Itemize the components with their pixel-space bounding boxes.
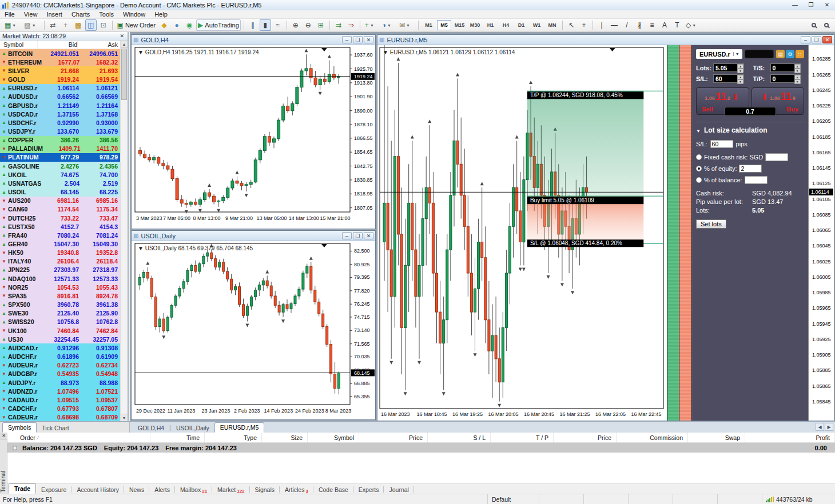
market-watch-row[interactable]: ▲SWISS2010756.810762.8 [0, 318, 120, 326]
market-watch-row[interactable]: ▲BITCOIN24921.05124996.051 [0, 49, 120, 58]
timeframe-m1[interactable]: M1 [422, 20, 436, 30]
market-watch-row[interactable]: ▼AUS2006981.166985.16 [0, 197, 120, 205]
search-icon[interactable] [808, 19, 820, 31]
close-button[interactable]: ✕ [364, 36, 373, 43]
new-order-button[interactable]: ▣New Order [116, 19, 158, 31]
panel-grid-icon[interactable]: ∷ [796, 50, 804, 58]
chart-window-eurusd[interactable]: ▥ EURUSD.r,M5 – ❐ ✕ T/P @ 1.06244, SGD 9… [377, 34, 834, 421]
market-watch-row[interactable]: ▲GBPUSD.r1.211491.21164 [0, 101, 120, 110]
chart-tab-gold-h4[interactable]: GOLD,H4 [133, 423, 169, 433]
market-watch-row[interactable]: ▼AUDGBP.r0.549350.54948 [0, 370, 120, 378]
spinner[interactable]: ▲▼ [737, 75, 743, 82]
timeframe-h1[interactable]: H1 [483, 20, 498, 30]
terminal-tab-alerts[interactable]: Alerts [149, 485, 175, 494]
timeframe-m5[interactable]: M5 [437, 20, 451, 30]
market-watch-row[interactable]: ▲EURUSD.r1.061141.06121 [0, 84, 120, 93]
tab-symbols[interactable]: Symbols [2, 422, 37, 433]
terminal-tab-market[interactable]: Market122 [212, 485, 249, 494]
scroll-down-icon[interactable]: ▼ [121, 414, 128, 421]
market-watch-row[interactable]: ▲SWE302125.402125.90 [0, 309, 120, 318]
trendline-tool-button[interactable]: / [621, 19, 633, 31]
tabs-scroll-right-icon[interactable]: ▶ [825, 423, 833, 431]
market-watch-row[interactable]: ▲FRA407080.247081.24 [0, 231, 120, 239]
timeframe-d1[interactable]: D1 [514, 20, 528, 30]
column-t-p[interactable]: T / P [491, 433, 554, 442]
tabs-scroll-left-icon[interactable]: ◀ [816, 423, 824, 431]
tile-windows-button[interactable]: ⊞ [315, 19, 327, 31]
minimize-button[interactable]: – [342, 232, 352, 239]
market-watch-row[interactable]: ▼CADEUR.r0.686980.68709 [0, 413, 120, 421]
market-watch-row[interactable]: ▲USDCAD.r1.371551.37168 [0, 110, 120, 118]
panel-symbol-select[interactable]: EURUSD.r ▼ [696, 49, 742, 59]
menu-view[interactable]: View [19, 10, 42, 18]
depth-of-market-button[interactable]: ◆ [158, 19, 170, 31]
arrows-tool-button[interactable]: ◇▼ [684, 19, 701, 31]
market-watch-row[interactable]: ▲AUDCHF.r0.618960.61909 [0, 352, 120, 361]
column-swap[interactable]: Swap [688, 433, 745, 442]
usoil-chart-canvas[interactable]: ▼ USOIL,Daily 68.145 69.379 65.704 68.14… [132, 241, 375, 419]
auto-scroll-button[interactable]: ⇉ [333, 19, 344, 31]
market-watch-scrollbar[interactable]: ▲ ▼ [120, 41, 128, 421]
market-watch-row[interactable]: ▼SPA358916.818924.78 [0, 291, 120, 300]
terminal-tab-articles[interactable]: Articles3 [280, 485, 313, 494]
market-watch-row[interactable]: ▼UK1007460.847462.84 [0, 326, 120, 335]
lot-size-calculation-header[interactable]: ▼Lot size calculation [696, 126, 804, 134]
terminal-close-icon[interactable]: ✕ [0, 433, 7, 439]
periods-list-button[interactable]: ◑▼ [380, 19, 396, 31]
column-commission[interactable]: Commission [617, 433, 688, 442]
column-s-l[interactable]: S / L [428, 433, 491, 442]
radio-risk-option-1[interactable] [696, 166, 702, 171]
maximize-window-button[interactable]: ❐ [803, 0, 819, 10]
new-chart-button[interactable]: ▦▼ [3, 19, 21, 31]
terminal-tab-exposure[interactable]: Exposure [36, 485, 71, 494]
calc-sl-pips-input[interactable]: 60 [710, 140, 733, 148]
market-watch-row[interactable]: ▼DUTCH25733.22733.47 [0, 214, 120, 222]
terminal-tab-journal[interactable]: Journal [384, 485, 413, 494]
autotrading-button[interactable]: ▶AutoTrading [196, 19, 241, 31]
usoil-window-titlebar[interactable]: ▥ USOIL,Daily – ❐ ✕ [132, 231, 375, 241]
zoom-out-button[interactable]: ⊖ [303, 19, 314, 31]
market-watch-row[interactable]: ▲AUDUSD.r0.665620.66569 [0, 93, 120, 101]
column-type[interactable]: Type [205, 433, 262, 442]
hline-tool-button[interactable]: — [609, 19, 620, 31]
terminal-tab-account-history[interactable]: Account History [71, 485, 124, 494]
channel-tool-button[interactable]: ∦ [634, 19, 645, 31]
market-watch-row[interactable]: ▲USDJPY.r133.670133.679 [0, 127, 120, 135]
tab-tick-chart[interactable]: Tick Chart [37, 423, 74, 433]
line-chart-mode-button[interactable]: ≈ [272, 19, 284, 31]
profiles-button[interactable]: ▨▼ [22, 19, 41, 31]
lots-input[interactable]: 5.05▲▼ [713, 63, 744, 72]
menu-tools[interactable]: Tools [94, 10, 118, 18]
market-watch-row[interactable]: ▲EUSTX504152.74154.3 [0, 222, 120, 231]
candlestick-mode-button[interactable]: ▮ [260, 19, 271, 31]
market-watch-row[interactable]: ▲COPPER386.26386.56 [0, 136, 120, 145]
market-watch-row[interactable]: ▼CAN601174.541175.34 [0, 205, 120, 214]
terminal-tab-news[interactable]: News [124, 485, 149, 494]
menu-window[interactable]: Window [118, 10, 150, 18]
close-icon[interactable]: ✕ [118, 33, 125, 39]
market-watch-row[interactable]: ▲US3032254.4532257.05 [0, 335, 120, 343]
minimize-window-button[interactable]: — [787, 0, 803, 10]
chart-tab-usoil-daily[interactable]: USOIL,Daily [171, 423, 214, 433]
gear-icon[interactable]: ⚙ [786, 50, 794, 58]
column-symbol[interactable]: Symbol [0, 41, 38, 49]
community-search-icon[interactable] [821, 19, 832, 31]
column-ask[interactable]: Ask [78, 41, 120, 49]
vline-tool-button[interactable]: | [596, 19, 607, 31]
terminal-tab-signals[interactable]: Signals [250, 485, 280, 494]
market-watch-row[interactable]: ▼NOR251054.531055.43 [0, 283, 120, 291]
templates-list-button[interactable]: ✉▼ [397, 19, 415, 31]
column-bid[interactable]: Bid [38, 41, 78, 49]
market-watch-row[interactable]: ▼AUDNZD.r1.074961.07521 [0, 387, 120, 395]
risk-option-input-1[interactable]: 2 [739, 165, 762, 173]
spinner[interactable]: ▲▼ [794, 75, 801, 82]
restore-button[interactable]: ❐ [353, 232, 363, 239]
gold-chart-canvas[interactable]: ▼ GOLD,H4 1916.25 1921.11 1916.17 1919.2… [132, 45, 375, 229]
market-watch-row[interactable]: ▲GASOLINE2.42762.4356 [0, 162, 120, 170]
market-watch-row[interactable]: ▲AUDJPY.r88.97388.988 [0, 378, 120, 387]
risk-option-input-0[interactable] [765, 153, 788, 161]
data-window-toggle-button[interactable]: + [60, 19, 71, 31]
scroll-up-icon[interactable]: ▲ [121, 41, 128, 48]
set-lots-button[interactable]: Set lots [696, 219, 726, 229]
eurusd-window-titlebar[interactable]: ▥ EURUSD.r,M5 – ❐ ✕ [377, 35, 834, 45]
